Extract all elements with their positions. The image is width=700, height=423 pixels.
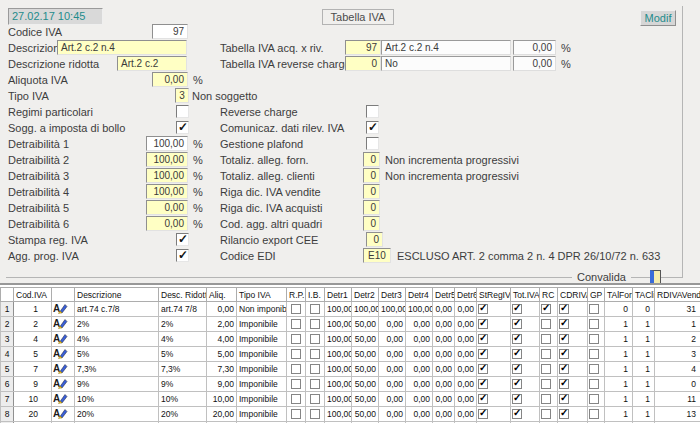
codice-iva-field[interactable]: 97 (152, 24, 188, 39)
cell-tacli[interactable]: 1 (633, 407, 655, 422)
cell-rdivavend[interactable]: 0 (655, 377, 700, 392)
cell-aliq[interactable]: 0,00 (207, 302, 237, 317)
cell-d1[interactable]: 50,00 (352, 407, 379, 422)
cell-streg[interactable] (477, 407, 511, 422)
cell-rc[interactable] (540, 317, 558, 332)
cell-tacli[interactable]: 1 (633, 392, 655, 407)
cell-rc[interactable] (540, 362, 558, 377)
detraibilita-3-field[interactable]: 100,00 (146, 168, 188, 183)
checkbox-cdriva[interactable] (559, 409, 569, 419)
cell-d1[interactable]: 50,00 (352, 362, 379, 377)
cell-tipo[interactable]: Imponibile (237, 392, 287, 407)
checkbox-tot[interactable] (512, 394, 522, 404)
cell-rdivavend[interactable]: 31 (655, 302, 700, 317)
cell-d4[interactable]: 0,00 (433, 362, 455, 377)
checkbox-rp[interactable] (291, 304, 301, 314)
totaliz-clienti-field[interactable]: 0 (363, 168, 380, 183)
checkbox-ib[interactable] (310, 394, 320, 404)
cell-d5[interactable]: 0,00 (455, 302, 477, 317)
checkbox-rc[interactable] (541, 394, 551, 404)
checkbox-ib[interactable] (310, 304, 320, 314)
checkbox-cdriva[interactable] (559, 394, 569, 404)
cell-cdriva[interactable] (558, 377, 588, 392)
cell-d0[interactable]: 100,00 (325, 377, 352, 392)
cell-rc[interactable] (540, 302, 558, 317)
cell-d0[interactable]: 100,00 (325, 317, 352, 332)
cell-ib[interactable] (306, 317, 325, 332)
cell-tacli[interactable]: 1 (633, 377, 655, 392)
cell-aliq[interactable]: 9,00 (207, 377, 237, 392)
edit-row-icon[interactable]: A (52, 407, 75, 422)
cell-streg[interactable] (477, 302, 511, 317)
cell-cod[interactable]: 9 (14, 377, 52, 392)
cell-ib[interactable] (306, 407, 325, 422)
edit-row-icon[interactable]: A (52, 347, 75, 362)
cell-tot[interactable] (511, 392, 540, 407)
cell-d2[interactable]: 0,00 (379, 332, 406, 347)
cell-ib[interactable] (306, 302, 325, 317)
checkbox-ib[interactable] (310, 364, 320, 374)
edit-row-icon[interactable]: A (52, 362, 75, 377)
checkbox-rc[interactable] (541, 349, 551, 359)
cell-desc[interactable]: 5% (75, 347, 159, 362)
cell-talforn[interactable]: 1 (605, 317, 633, 332)
cell-cdriva[interactable] (558, 302, 588, 317)
cell-rp[interactable] (287, 302, 306, 317)
cell-d0[interactable]: 100,00 (325, 332, 352, 347)
cell-gp[interactable] (588, 407, 605, 422)
checkbox-cdriva[interactable] (559, 349, 569, 359)
cell-aliq[interactable]: 10,00 (207, 392, 237, 407)
cell-streg[interactable] (477, 377, 511, 392)
cell-talforn[interactable]: 1 (605, 347, 633, 362)
cell-tot[interactable] (511, 377, 540, 392)
cell-rp[interactable] (287, 362, 306, 377)
checkbox-ib[interactable] (310, 334, 320, 344)
cell-d3[interactable]: 0,00 (406, 332, 433, 347)
cell-tot[interactable] (511, 407, 540, 422)
agg-prog-iva-checkbox[interactable] (176, 249, 189, 262)
cell-d3[interactable]: 0,00 (406, 362, 433, 377)
cell-cod[interactable]: 2 (14, 317, 52, 332)
cell-d4[interactable]: 0,00 (433, 407, 455, 422)
checkbox-rp[interactable] (291, 409, 301, 419)
checkbox-ib[interactable] (310, 349, 320, 359)
cell-d0[interactable]: 100,00 (325, 407, 352, 422)
cell-desc[interactable]: 7,3% (75, 362, 159, 377)
cell-rp[interactable] (287, 377, 306, 392)
edit-row-icon[interactable]: A (52, 392, 75, 407)
cell-gp[interactable] (588, 362, 605, 377)
descrizione-ridotta-field[interactable]: Art.2 c.2 (117, 56, 187, 71)
checkbox-cdriva[interactable] (559, 379, 569, 389)
cell-d0[interactable]: 100,00 (325, 362, 352, 377)
descrizione-field[interactable]: Art.2 c.2 n.4 (57, 40, 187, 55)
rilancio-export-field[interactable]: 0 (366, 232, 383, 247)
cell-rid[interactable]: 10% (159, 392, 207, 407)
sogg-imposta-bollo-checkbox[interactable] (176, 121, 189, 134)
checkbox-tot[interactable] (512, 304, 522, 314)
cell-rdivavend[interactable]: 13 (655, 407, 700, 422)
checkbox-streg[interactable] (478, 334, 488, 344)
checkbox-streg[interactable] (478, 379, 488, 389)
cell-rdivavend[interactable]: 4 (655, 362, 700, 377)
edit-row-icon[interactable]: A (52, 317, 75, 332)
cell-d3[interactable]: 0,00 (406, 317, 433, 332)
cell-streg[interactable] (477, 392, 511, 407)
cell-gp[interactable] (588, 332, 605, 347)
edit-row-icon[interactable]: A (52, 377, 75, 392)
cell-talforn[interactable]: 1 (605, 362, 633, 377)
checkbox-ib[interactable] (310, 379, 320, 389)
checkbox-rc[interactable] (541, 379, 551, 389)
cell-gp[interactable] (588, 392, 605, 407)
gestione-plafond-checkbox[interactable] (366, 137, 379, 150)
cell-talforn[interactable]: 1 (605, 392, 633, 407)
cell-rp[interactable] (287, 317, 306, 332)
riga-acquisti-field[interactable]: 0 (363, 200, 380, 215)
checkbox-rc[interactable] (541, 409, 551, 419)
cell-tacli[interactable]: 1 (633, 347, 655, 362)
checkbox-gp[interactable] (589, 394, 599, 404)
checkbox-streg[interactable] (478, 349, 488, 359)
checkbox-rc[interactable] (541, 334, 551, 344)
cell-tipo[interactable]: Imponibile (237, 377, 287, 392)
cell-aliq[interactable]: 5,00 (207, 347, 237, 362)
cell-d4[interactable]: 0,00 (433, 347, 455, 362)
